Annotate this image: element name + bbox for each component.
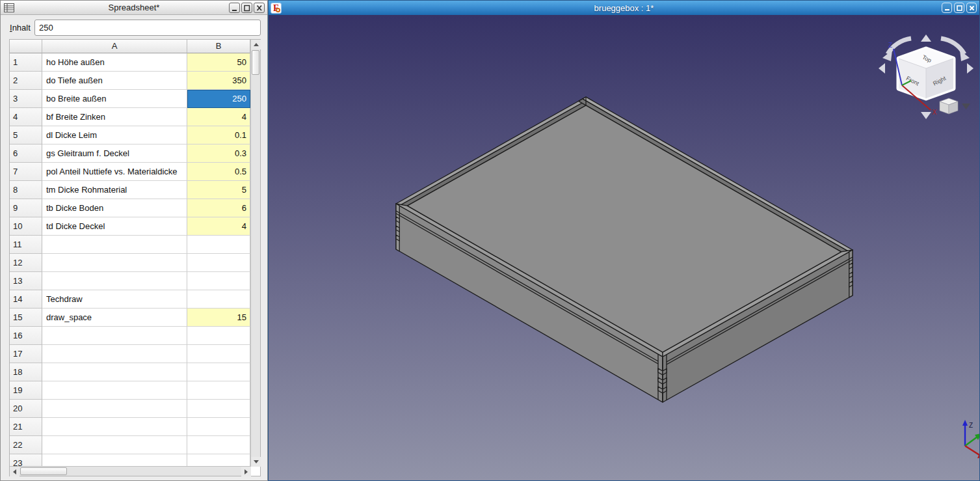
- navcube-menu-dropdown-icon[interactable]: [962, 103, 970, 109]
- row-header[interactable]: 22: [10, 436, 42, 454]
- cell-a[interactable]: bo Breite außen: [42, 90, 187, 108]
- cell-b[interactable]: [187, 254, 250, 272]
- cell-b[interactable]: [187, 418, 250, 436]
- cell-a[interactable]: tb Dicke Boden: [42, 199, 187, 217]
- cell-a[interactable]: do Tiefe außen: [42, 72, 187, 90]
- cell-b[interactable]: [187, 436, 250, 454]
- cell-b[interactable]: [187, 381, 250, 400]
- cell-b[interactable]: [187, 400, 250, 418]
- navcube-arrow-up-icon[interactable]: [921, 34, 931, 42]
- table-row: 17: [10, 345, 250, 363]
- cell-a[interactable]: [42, 400, 187, 418]
- horizontal-scrollbar[interactable]: [10, 466, 251, 476]
- scroll-down-button[interactable]: [251, 457, 261, 467]
- cell-a[interactable]: [42, 254, 187, 272]
- navcube-arrow-left-icon[interactable]: [879, 63, 885, 74]
- row-header[interactable]: 15: [10, 309, 42, 327]
- cell-a[interactable]: [42, 436, 187, 454]
- row-header[interactable]: 3: [10, 90, 42, 108]
- horizontal-scroll-thumb[interactable]: [20, 467, 67, 475]
- cell-a[interactable]: [42, 345, 187, 363]
- cell-b[interactable]: 4: [187, 217, 250, 236]
- row-header[interactable]: 18: [10, 363, 42, 381]
- cell-b[interactable]: 0.5: [187, 163, 250, 181]
- cell-b[interactable]: [187, 236, 250, 254]
- scroll-left-button[interactable]: [10, 467, 20, 476]
- row-header[interactable]: 17: [10, 345, 42, 363]
- maximize-button[interactable]: [241, 3, 252, 13]
- cell-a[interactable]: tm Dicke Rohmaterial: [42, 181, 187, 199]
- row-header[interactable]: 1: [10, 53, 42, 72]
- scroll-up-button[interactable]: [251, 40, 261, 49]
- cell-a[interactable]: dl Dicke Leim: [42, 126, 187, 144]
- row-header[interactable]: 6: [10, 144, 42, 163]
- navcube-arrow-right-icon[interactable]: [967, 63, 973, 74]
- row-header[interactable]: 2: [10, 72, 42, 90]
- cell-b[interactable]: 0.1: [187, 126, 250, 144]
- cell-a[interactable]: draw_space: [42, 309, 187, 327]
- row-header[interactable]: 10: [10, 217, 42, 236]
- vertical-scroll-thumb[interactable]: [252, 50, 259, 75]
- row-header[interactable]: 13: [10, 272, 42, 290]
- row-header[interactable]: 9: [10, 199, 42, 217]
- scroll-right-button[interactable]: [241, 467, 251, 476]
- minimize-button[interactable]: [229, 3, 240, 13]
- 3d-view-titlebar[interactable]: F brueggebox : 1*: [269, 1, 979, 15]
- cell-b[interactable]: 350: [187, 72, 250, 90]
- vertical-scrollbar[interactable]: [250, 40, 260, 467]
- cell-b[interactable]: 0.3: [187, 144, 250, 163]
- row-header[interactable]: 21: [10, 418, 42, 436]
- cell-b[interactable]: 4: [187, 108, 250, 126]
- row-header[interactable]: 19: [10, 381, 42, 400]
- content-input[interactable]: [34, 20, 261, 36]
- corner-header-cell[interactable]: [10, 40, 42, 53]
- row-header[interactable]: 23: [10, 454, 42, 467]
- cell-a[interactable]: [42, 272, 187, 290]
- cell-b[interactable]: 6: [187, 199, 250, 217]
- cell-a[interactable]: [42, 418, 187, 436]
- cell-a[interactable]: gs Gleitraum f. Deckel: [42, 144, 187, 163]
- minimize-button[interactable]: [942, 3, 952, 13]
- cell-b[interactable]: 50: [187, 53, 250, 72]
- row-header[interactable]: 4: [10, 108, 42, 126]
- cell-b[interactable]: 15: [187, 309, 250, 327]
- cell-b[interactable]: [187, 290, 250, 309]
- row-header[interactable]: 5: [10, 126, 42, 144]
- cell-b[interactable]: [187, 363, 250, 381]
- cell-b[interactable]: 5: [187, 181, 250, 199]
- row-header[interactable]: 12: [10, 254, 42, 272]
- cell-b[interactable]: 250: [187, 90, 250, 108]
- row-header[interactable]: 20: [10, 400, 42, 418]
- navcube-mini-cube-icon[interactable]: [940, 98, 958, 114]
- navcube-arrow-down-icon[interactable]: [921, 112, 931, 119]
- cell-a[interactable]: [42, 381, 187, 400]
- navigation-cube[interactable]: Top Front Right Z X: [879, 34, 973, 119]
- close-button[interactable]: [254, 3, 265, 13]
- cell-b[interactable]: [187, 272, 250, 290]
- cell-a[interactable]: td Dicke Deckel: [42, 217, 187, 236]
- close-button[interactable]: [966, 3, 977, 13]
- box-model[interactable]: [396, 97, 853, 402]
- cell-b[interactable]: [187, 345, 250, 363]
- cell-b[interactable]: [187, 454, 250, 467]
- cell-a[interactable]: [42, 327, 187, 345]
- cell-a[interactable]: ho Höhe außen: [42, 53, 187, 72]
- cell-a[interactable]: [42, 236, 187, 254]
- cell-a[interactable]: pol Anteil Nuttiefe vs. Materialdicke: [42, 163, 187, 181]
- cell-a[interactable]: [42, 363, 187, 381]
- row-header[interactable]: 11: [10, 236, 42, 254]
- spreadsheet-titlebar[interactable]: Spreadsheet*: [1, 1, 267, 15]
- maximize-button[interactable]: [954, 3, 964, 13]
- row-header[interactable]: 7: [10, 163, 42, 181]
- column-header-b[interactable]: B: [187, 40, 250, 53]
- cell-a[interactable]: [42, 454, 187, 467]
- row-header[interactable]: 14: [10, 290, 42, 309]
- row-header[interactable]: 16: [10, 327, 42, 345]
- column-header-a[interactable]: A: [42, 40, 187, 53]
- document-title: brueggebox : 1*: [269, 3, 979, 13]
- 3d-viewport[interactable]: Top Front Right Z X: [269, 15, 979, 480]
- row-header[interactable]: 8: [10, 181, 42, 199]
- cell-a[interactable]: Techdraw: [42, 290, 187, 309]
- cell-b[interactable]: [187, 327, 250, 345]
- cell-a[interactable]: bf Breite Zinken: [42, 108, 187, 126]
